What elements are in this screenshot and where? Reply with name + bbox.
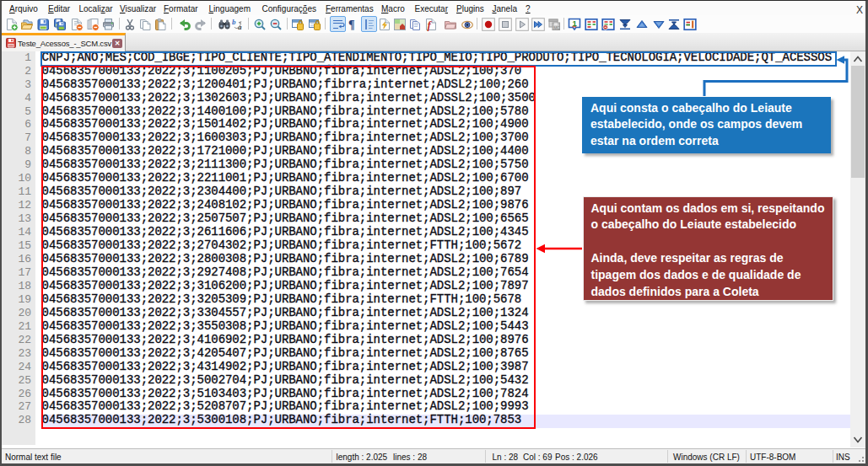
svg-text:¶: ¶: [348, 19, 355, 31]
svg-text:a: a: [238, 23, 242, 31]
svg-text:MC: MC: [553, 24, 560, 29]
svg-text:b: b: [232, 18, 236, 26]
